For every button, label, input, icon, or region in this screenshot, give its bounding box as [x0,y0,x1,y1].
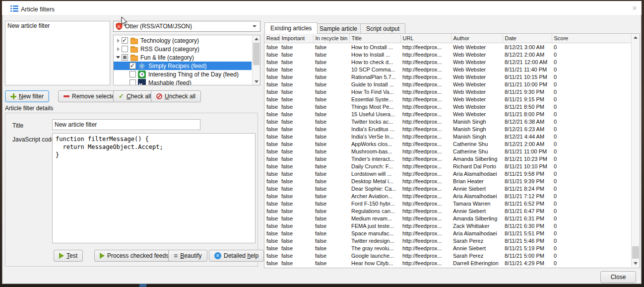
cell-score: 0 [552,192,631,200]
cell-title: Dear Sophie: Ca... [349,185,400,192]
article-row[interactable]: false false false Archer Aviation... htt… [264,192,631,200]
article-row[interactable]: false false false Twitter redesign... ht… [264,237,631,244]
tree-item-technology[interactable]: Technology (category) [114,36,252,45]
checkbox-partial[interactable] [122,54,128,61]
test-button[interactable]: Test [54,250,83,262]
folder-icon [130,54,138,62]
tree-scrollbar-thumb[interactable] [253,43,259,65]
article-row[interactable]: false false false How To Find Va... http… [264,88,631,95]
scroll-up-icon[interactable] [253,35,260,42]
tree-item-simply-recipes[interactable]: Simply Recipes (feed) [114,62,252,70]
table-scrollbar-thumb[interactable] [632,246,639,259]
article-row[interactable]: false false false Hear how Cityb... http… [264,259,631,267]
article-row[interactable]: false false false RationalPlan 5.7... ht… [264,73,631,80]
col-read[interactable]: Read [264,34,279,43]
filters-list[interactable]: New article filter [5,21,110,85]
checkbox-unchecked[interactable] [129,79,136,85]
tree-item-fun-life[interactable]: Fun & life (category) [114,53,252,62]
article-row[interactable]: false false false Lordstown will ... htt… [264,170,631,177]
tree-item-rss-guard[interactable]: RSS Guard (category) [114,45,252,53]
checkbox-checked[interactable] [122,37,128,44]
tab-sample-article[interactable]: Sample article [314,23,363,34]
article-row[interactable]: false false false Daily Crunch: F... htt… [264,162,631,170]
cell-score: 0 [552,259,631,267]
col-url[interactable]: URL [400,34,451,43]
tree-item-mashable[interactable]: Mashable (feed) [114,78,252,85]
article-row[interactable]: false false false Tinder's interact... h… [264,155,631,162]
tab-script-output[interactable]: Script output [360,23,405,34]
feed-tree[interactable]: Technology (category) RSS Guard (categor… [113,35,260,85]
article-row[interactable]: false false false Things Most Pe... http… [264,103,631,110]
javascript-code-editor[interactable]: function filterMessage() { return Messag… [52,133,256,243]
cell-recycle: false [313,66,349,73]
checkbox-unchecked[interactable] [129,71,136,77]
tree-scrollbar[interactable] [252,35,260,85]
lines-icon: ≡ [174,253,178,259]
article-row[interactable]: false false false Essential Syste... htt… [264,95,631,103]
article-row[interactable]: false false false India's Eruditus ... h… [264,125,631,133]
article-row[interactable]: false false false Regulations can... htt… [264,207,631,215]
collapse-icon[interactable] [115,56,122,59]
article-row[interactable]: false false false How to Install ... htt… [264,51,631,58]
article-row[interactable]: false false false FEMA just teste... htt… [264,222,631,229]
tab-existing-articles[interactable]: Existing articles [264,22,318,34]
account-combobox[interactable]: Otter (RSS/ATOM/JSON) [113,21,260,32]
cell-title: Regulations can... [349,207,400,215]
uncheck-all-button[interactable]: Uncheck all [151,90,201,102]
tree-item-interesting-thing[interactable]: Interesting Thing of the Day (feed) [114,70,252,78]
beautify-button[interactable]: ≡ Beautify [168,250,207,262]
cell-url: http://feedprox... [400,88,451,95]
col-in-recycle-bin[interactable]: In recycle bin [313,34,349,43]
check-all-button[interactable]: ✓ Check all [113,90,156,102]
article-row[interactable]: false false false How to check d... http… [264,58,631,66]
scroll-up-icon[interactable] [632,34,640,41]
check-icon: ✓ [119,93,124,99]
cell-important: false [279,215,313,222]
checkbox-checked[interactable] [129,63,136,69]
article-row[interactable]: false false false AppWorks clos... http:… [264,140,631,147]
article-row[interactable]: false false false Guide to Install ... h… [264,80,631,88]
cell-url: http://feedprox... [400,118,451,125]
table-scrollbar[interactable] [631,34,640,267]
process-checked-feeds-button[interactable]: Process checked feeds [94,250,174,262]
cell-score: 0 [552,162,631,170]
article-row[interactable]: false false false Ford F-150 hybr... htt… [264,200,631,207]
scroll-down-icon[interactable] [253,78,260,85]
article-row[interactable]: false false false Space manufac... http:… [264,229,631,237]
new-filter-button[interactable]: New filter [5,90,49,102]
expand-icon[interactable] [115,47,122,51]
article-row[interactable]: false false false 15 Useful Usera... htt… [264,110,631,118]
col-author[interactable]: Author [451,34,503,43]
article-row[interactable]: false false false Google launche... http… [264,252,631,259]
checkbox-unchecked[interactable] [122,46,128,52]
article-row[interactable]: false false false The gray revolu... htt… [264,244,631,252]
cell-read: false [264,43,279,51]
col-date[interactable]: Date [503,34,552,43]
article-row[interactable]: false false false Mushroom-bas... http:/… [264,147,631,155]
article-row[interactable]: false false false Desktop Metal i... htt… [264,177,631,185]
titlebar[interactable]: Article filters ✕ [2,1,642,15]
expand-icon[interactable] [115,39,122,43]
close-button[interactable]: Close [600,271,636,283]
cell-author: Web Webster [451,110,503,118]
col-title[interactable]: Title [349,34,400,43]
article-row[interactable]: false false false India's VerSe In... ht… [264,133,631,140]
filter-list-item[interactable]: New article filter [5,21,110,30]
article-row[interactable]: false false false Medium revam... http:/… [264,215,631,222]
article-row[interactable]: false false false Twitter locks ac... ht… [264,118,631,125]
cell-author: Catherine Shu [451,147,503,155]
cell-important: false [279,43,313,51]
col-score[interactable]: Score [552,34,631,43]
cell-date: 8/11/21 9:58 PM [503,170,552,177]
close-window-icon[interactable]: ✕ [630,4,639,12]
article-row[interactable]: false false false How to Onstall ... htt… [264,43,631,51]
article-row[interactable]: false false false 10 SCP Comma... http:/… [264,66,631,73]
detailed-help-button[interactable]: ≡ Detailed help [209,250,264,262]
cell-url: http://feedprox... [400,252,451,259]
title-input[interactable] [52,119,200,130]
cell-read: false [264,222,279,229]
scroll-down-icon[interactable] [632,260,640,267]
col-important[interactable]: Important [279,34,313,43]
cell-author: Web Webster [451,66,503,73]
article-row[interactable]: false false false Dear Sophie: Ca... htt… [264,185,631,192]
